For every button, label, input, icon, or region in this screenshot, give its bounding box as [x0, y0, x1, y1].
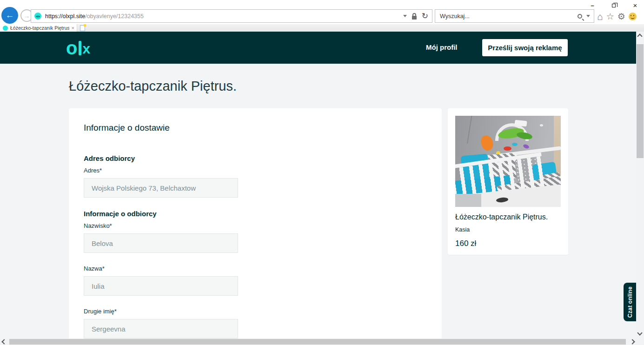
- minimize-icon: –: [591, 2, 594, 9]
- tab-favicon-icon: [3, 26, 8, 31]
- browser-window: – × ← → o|x https://olxpl.site/obyavleny…: [0, 0, 644, 345]
- url-host: https://olxpl.site: [45, 13, 85, 20]
- scroll-up-icon[interactable]: [637, 33, 642, 39]
- restore-button[interactable]: [609, 1, 619, 9]
- url-path: /obyavlenye/12324355: [85, 13, 144, 20]
- field-label-nazwa: Nazwa*: [84, 265, 427, 272]
- product-seller: Kasia: [455, 226, 561, 233]
- scroll-left-icon[interactable]: [1, 339, 7, 344]
- product-card: Łóżeczko-tapczanik Piętrus. Kasia 160 zł: [448, 108, 568, 255]
- site-favicon-icon: o|x: [34, 13, 41, 20]
- back-button[interactable]: ←: [1, 7, 18, 24]
- product-price: 160 zł: [455, 239, 561, 248]
- scroll-down-icon[interactable]: [637, 330, 642, 335]
- lock-shackle: [412, 13, 416, 16]
- vertical-scrollbar-thumb[interactable]: [637, 44, 644, 158]
- settings-gear-icon[interactable]: ⚙: [617, 12, 625, 21]
- restore-icon: [612, 4, 616, 7]
- tab-close-icon[interactable]: ×: [72, 26, 74, 31]
- chat-online-button[interactable]: Czat online: [624, 283, 636, 321]
- group-heading: Adres odbiorcy: [84, 154, 427, 162]
- drugie-imie-field[interactable]: [84, 319, 238, 338]
- field-label-adres: Adres*: [84, 167, 427, 174]
- home-icon[interactable]: ⌂: [597, 12, 603, 21]
- close-icon: ×: [633, 1, 637, 9]
- image-toy-red: [504, 146, 511, 151]
- tab-bar: Łóżeczko-tapczanik Piętrus. ×: [0, 24, 644, 32]
- image-wall-mark: [540, 124, 543, 126]
- refresh-icon[interactable]: ↻: [422, 12, 428, 20]
- site-header: o x Mój profil Prześlij swoją reklamę: [0, 32, 636, 64]
- field-label-nazwisko: Nazwisko*: [84, 222, 427, 229]
- feedback-smiley-icon[interactable]: [629, 13, 637, 20]
- image-floor: [455, 194, 481, 207]
- tab-active[interactable]: Łóżeczko-tapczanik Piętrus. ×: [0, 24, 77, 32]
- page-content: Łóżeczko-tapczanik Piętrus. Informacje o…: [0, 64, 636, 338]
- favorites-star-icon[interactable]: ☆: [606, 12, 614, 21]
- address-bar-controls: ↻: [403, 12, 428, 20]
- product-image: [455, 116, 561, 207]
- close-button[interactable]: ×: [630, 1, 640, 9]
- product-title: Łóżeczko-tapczanik Piętrus.: [455, 213, 561, 221]
- browser-chrome: – × ← → o|x https://olxpl.site/obyavleny…: [0, 0, 644, 24]
- search-icon[interactable]: [578, 14, 582, 19]
- image-toy-orange: [479, 134, 494, 152]
- olx-logo[interactable]: o x: [66, 38, 90, 58]
- image-toy-teal: [512, 143, 518, 146]
- minimize-button[interactable]: –: [587, 1, 598, 9]
- forward-arrow-icon: →: [24, 12, 30, 20]
- delivery-form-card: Informacje o dostawie Adres odbiorcy Adr…: [69, 108, 442, 338]
- lock-icon: [412, 13, 417, 20]
- page-viewport: o x Mój profil Prześlij swoją reklamę Łó…: [0, 32, 636, 338]
- vertical-scrollbar[interactable]: [636, 32, 644, 338]
- scroll-right-icon[interactable]: [630, 339, 635, 344]
- form-heading: Informacje o dostawie: [84, 123, 427, 133]
- submit-ad-button[interactable]: Prześlij swoją reklamę: [482, 39, 568, 56]
- nazwisko-field[interactable]: [84, 233, 238, 253]
- form-group-recipient: Informacje o odbiorcy Nazwisko* Nazwa* D…: [84, 210, 427, 338]
- logo-letter-x: x: [82, 42, 90, 56]
- nazwa-field[interactable]: [84, 276, 238, 296]
- adres-field[interactable]: [84, 178, 238, 198]
- window-controls: – ×: [587, 1, 640, 9]
- image-cord: [467, 116, 472, 144]
- address-bar[interactable]: o|x https://olxpl.site/obyavlenye/123243…: [31, 9, 432, 23]
- search-box: [435, 9, 594, 23]
- horizontal-scrollbar-thumb[interactable]: [9, 339, 626, 345]
- browser-toolbar: ⌂ ☆ ⚙: [597, 10, 643, 22]
- horizontal-scrollbar[interactable]: [0, 338, 644, 345]
- new-tab-button[interactable]: [80, 25, 85, 31]
- field-label-drugie-imie: Drugie imię*: [84, 308, 427, 315]
- search-input[interactable]: [440, 13, 578, 20]
- search-chevron-down-icon[interactable]: [586, 15, 590, 17]
- url-text: https://olxpl.site/obyavlenye/12324355: [45, 13, 144, 20]
- chevron-down-icon[interactable]: [403, 15, 407, 17]
- form-group-address: Adres odbiorcy Adres*: [84, 154, 427, 198]
- group-heading: Informacje o odbiorcy: [84, 210, 427, 218]
- logo-bar: [79, 41, 81, 55]
- lock-body: [412, 16, 417, 20]
- tab-title: Łóżeczko-tapczanik Piętrus.: [10, 25, 69, 31]
- back-arrow-icon: ←: [6, 10, 14, 20]
- page-title: Łóżeczko-tapczanik Piętrus.: [69, 79, 237, 94]
- chat-online-label: Czat online: [627, 286, 633, 318]
- my-profile-link[interactable]: Mój profil: [426, 43, 458, 51]
- logo-letter-o: o: [66, 39, 77, 57]
- image-toy-purple: [523, 144, 530, 149]
- image-mobile-projector: [514, 120, 527, 127]
